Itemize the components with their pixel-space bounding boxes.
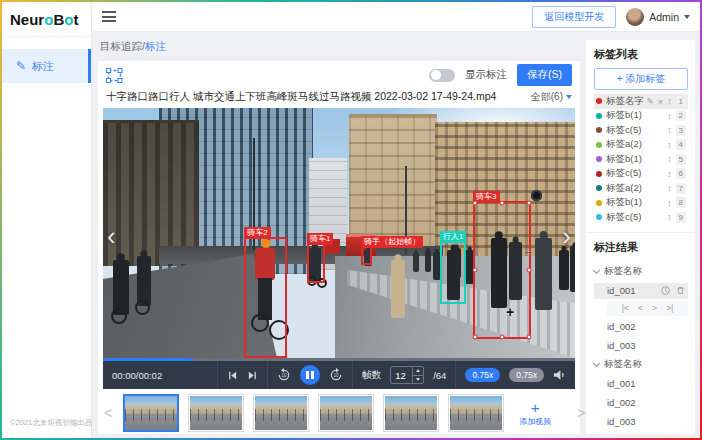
- filter-dropdown[interactable]: 全部(6): [531, 90, 572, 104]
- move-cursor-icon: +: [506, 304, 514, 320]
- label-row[interactable]: 标签b(1)↕5: [594, 152, 688, 167]
- rect-select-tool-icon[interactable]: [106, 68, 123, 83]
- result-item[interactable]: id_003: [594, 414, 688, 430]
- video-thumbnail[interactable]: [448, 394, 504, 432]
- label-row[interactable]: 标签名字最长数...✎×↕1: [594, 94, 688, 109]
- annotation-box[interactable]: 骑手（起始帧）: [361, 246, 372, 265]
- annotation-box[interactable]: 骑车1: [307, 243, 325, 283]
- next-video-arrow[interactable]: ›: [562, 223, 571, 249]
- video-thumbnail[interactable]: [383, 394, 439, 432]
- result-item[interactable]: id_002: [594, 319, 688, 335]
- sort-icon[interactable]: ↕: [667, 112, 671, 121]
- sort-icon[interactable]: ↕: [667, 170, 671, 179]
- label-row[interactable]: 标签a(2)↕7: [594, 181, 688, 196]
- label-row[interactable]: 标签a(2)↕4: [594, 138, 688, 153]
- thumb-list: [123, 394, 504, 432]
- breadcrumb-parent[interactable]: 目标追踪: [100, 40, 142, 52]
- edit-icon[interactable]: ✎: [647, 97, 654, 106]
- label-order: 6: [676, 168, 686, 179]
- sort-icon[interactable]: ↕: [667, 97, 671, 106]
- last-frame-icon[interactable]: >|: [666, 303, 673, 313]
- label-row[interactable]: 标签c(5)↕6: [594, 167, 688, 182]
- user-menu[interactable]: Admin: [626, 8, 690, 26]
- add-video-label: 添加视频: [519, 416, 551, 427]
- resize-handle[interactable]: [500, 201, 505, 206]
- resize-handle[interactable]: [500, 334, 505, 339]
- result-item[interactable]: id_001: [594, 376, 688, 392]
- rewind-10-icon[interactable]: 10: [277, 368, 291, 382]
- prev-frame-icon[interactable]: <: [638, 303, 643, 313]
- username: Admin: [649, 11, 679, 23]
- video-thumbnail[interactable]: [188, 394, 244, 432]
- player-controls: 00:00/00:02 10: [103, 361, 575, 389]
- strip-prev-icon[interactable]: <: [102, 405, 114, 421]
- label-row[interactable]: 标签b(1)↕8: [594, 196, 688, 211]
- svg-text:10: 10: [334, 373, 340, 378]
- result-group-header[interactable]: 标签名称: [594, 264, 688, 280]
- chevron-down-icon: [593, 360, 600, 367]
- sidebar-item-annotate[interactable]: ✎ 标注: [2, 49, 91, 83]
- add-label-button[interactable]: + 添加标签: [594, 68, 688, 90]
- menu-toggle-icon[interactable]: [102, 11, 116, 22]
- resize-handle[interactable]: [527, 201, 532, 206]
- result-item[interactable]: id_002: [594, 395, 688, 411]
- first-frame-icon[interactable]: |<: [622, 303, 629, 313]
- prev-frame-icon[interactable]: [227, 370, 238, 381]
- video-thumbnail[interactable]: [253, 394, 309, 432]
- label-order: 7: [676, 183, 686, 194]
- label-color-dot: [596, 156, 602, 162]
- sort-icon[interactable]: ↕: [667, 213, 671, 222]
- label-row[interactable]: 标签c(5)↕9: [594, 210, 688, 225]
- history-icon[interactable]: [661, 286, 670, 295]
- thumbnail-image: [255, 396, 307, 430]
- speed-pill-idle[interactable]: 0.75x: [509, 368, 544, 382]
- back-to-model-dev-button[interactable]: 返回模型开发: [532, 6, 616, 28]
- step-down-icon[interactable]: [413, 376, 423, 384]
- video-thumbnail[interactable]: [123, 394, 179, 432]
- forward-10-icon[interactable]: 10: [329, 368, 343, 382]
- save-button[interactable]: 保存(S): [517, 64, 572, 86]
- resize-handle[interactable]: [473, 334, 478, 339]
- sort-icon[interactable]: ↕: [667, 199, 671, 208]
- pause-button[interactable]: [300, 365, 320, 385]
- result-item[interactable]: id_001: [594, 283, 688, 299]
- sort-icon[interactable]: ↕: [667, 126, 671, 135]
- result-group-header[interactable]: 标签名称: [594, 433, 688, 435]
- filter-value: 全部(6): [531, 90, 563, 104]
- video-title: 十字路口路口行人 城市交通上下班高峰斑马线过马路视频 2022-03-02 17…: [106, 90, 496, 104]
- label-row[interactable]: 标签b(1)↕2: [594, 109, 688, 124]
- next-frame-icon[interactable]: >: [652, 303, 657, 313]
- volume-icon[interactable]: [553, 369, 566, 381]
- breadcrumb-current: 标注: [145, 40, 166, 52]
- label-row[interactable]: 标签c(5)↕3: [594, 123, 688, 138]
- add-video-button[interactable]: + 添加视频: [513, 394, 557, 432]
- video-thumbnail[interactable]: [318, 394, 374, 432]
- trash-icon[interactable]: [676, 286, 685, 295]
- resize-handle[interactable]: [527, 334, 532, 339]
- label-name: 标签c(5): [606, 124, 663, 137]
- resize-handle[interactable]: [473, 201, 478, 206]
- annotation-box-selected[interactable]: 骑车3: [473, 201, 531, 339]
- prev-video-arrow[interactable]: ‹: [107, 223, 116, 249]
- frames-label: 帧数: [362, 369, 381, 382]
- result-group-header[interactable]: 标签名称: [594, 357, 688, 373]
- show-annotation-toggle[interactable]: [429, 69, 455, 82]
- delete-icon[interactable]: ×: [658, 97, 664, 107]
- annotation-box[interactable]: 骑车2: [244, 237, 287, 358]
- time-display: 00:00/00:02: [112, 370, 162, 381]
- annotation-box[interactable]: 行人1: [440, 241, 466, 304]
- sort-icon[interactable]: ↕: [667, 184, 671, 193]
- sort-icon[interactable]: ↕: [667, 141, 671, 150]
- result-item[interactable]: id_003: [594, 338, 688, 354]
- frame-number-field[interactable]: [391, 370, 412, 381]
- resize-handle[interactable]: [473, 267, 478, 272]
- next-frame-icon[interactable]: [247, 370, 258, 381]
- result-item-icons: [661, 286, 685, 295]
- label-order: 1: [676, 96, 686, 107]
- resize-handle[interactable]: [527, 267, 532, 272]
- speed-pill-active[interactable]: 0.75x: [465, 368, 500, 382]
- label-order: 2: [676, 110, 686, 121]
- frame-number-input[interactable]: [390, 366, 424, 384]
- step-up-icon[interactable]: [413, 367, 423, 376]
- sort-icon[interactable]: ↕: [667, 155, 671, 164]
